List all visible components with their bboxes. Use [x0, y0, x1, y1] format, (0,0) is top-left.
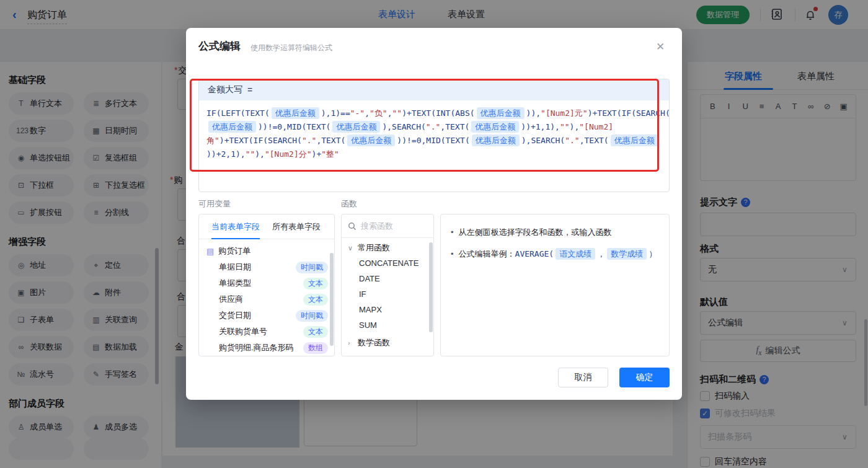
chevron-right-icon: ›: [348, 339, 354, 347]
formula-string: ".": [302, 136, 316, 145]
formula-string: "-": [350, 108, 365, 118]
formula-code: )+TEXT(IF(SEARCH(: [219, 136, 302, 145]
function-group-label: 文本函数: [358, 355, 390, 356]
formula-code: ),SEARCH(: [382, 122, 425, 131]
example-code: ）: [649, 249, 657, 258]
variable-type-badge: 文本: [303, 278, 328, 289]
formula-code: ))!=0,MID(TEXT(: [258, 122, 330, 131]
variable-item[interactable]: 关联购货单号文本: [199, 324, 334, 340]
formula-string: 角": [206, 136, 219, 145]
variable-name: 购货明细.商品条形码: [219, 342, 294, 353]
formula-string: "": [392, 108, 402, 118]
function-group[interactable]: ∨常用函数: [342, 238, 433, 255]
field-chip[interactable]: 优惠后金额: [272, 107, 319, 119]
variable-item[interactable]: 交货日期时间戳: [199, 307, 334, 324]
formula-string: "": [246, 149, 255, 159]
formula-string: "[Num2]: [579, 122, 613, 131]
function-group-label: 数学函数: [358, 337, 390, 348]
formula-line: IF(LEFT(TEXT(优惠后金额),1)=="-","负","")+TEXT…: [206, 107, 662, 120]
confirm-button[interactable]: 确定: [619, 368, 670, 387]
formula-line: 优惠后金额))!=0,MID(TEXT(优惠后金额),SEARCH(".",TE…: [206, 120, 662, 134]
function-item[interactable]: CONCATENATE: [342, 255, 433, 271]
functions-scrollbar[interactable]: [429, 242, 433, 332]
variables-scrollbar[interactable]: [330, 253, 334, 346]
function-item[interactable]: SUM: [342, 317, 433, 333]
example-code: AVERAGE(: [515, 249, 554, 258]
formula-string: ".": [426, 122, 440, 131]
app-root: ‹ 购货订单 表单设计 表单设置 数据管理 存 ⊘表单外链 ⊡后端脚本 ⊞数据权…: [0, 0, 868, 468]
formula-code: ),1)==: [321, 108, 350, 118]
field-chip[interactable]: 优惠后金额: [477, 107, 525, 119]
formula-code: ,TEXT(: [580, 136, 609, 145]
formula-string: "整": [321, 149, 339, 159]
equals-sign: =: [247, 85, 252, 95]
formula-code: ))+1,1),: [521, 122, 560, 131]
formula-code: ,: [365, 108, 370, 118]
form-doc-icon: ▤: [206, 247, 214, 256]
formula-code: ))+2,1),: [206, 149, 246, 159]
functions-label: 函数: [341, 198, 357, 210]
functions-panel: ∨常用函数CONCATENATEDATEIFMAPXSUM›数学函数›文本函数: [341, 214, 434, 356]
field-chip[interactable]: 优惠后金额: [472, 135, 520, 146]
variables-root[interactable]: ▤ 购货订单: [199, 239, 334, 259]
variable-name: 供应商: [219, 294, 243, 305]
formula-target-header: 金额大写 =: [199, 79, 669, 100]
function-group[interactable]: ›文本函数: [342, 350, 433, 356]
dialog-title: 公式编辑: [198, 39, 241, 53]
formula-content[interactable]: IF(LEFT(TEXT(优惠后金额),1)=="-","负","")+TEXT…: [199, 100, 669, 167]
formula-string: "": [560, 122, 570, 131]
formula-code: ),: [255, 149, 265, 159]
hint-panel: •从左侧面板选择字段名和函数，或输入函数 •公式编辑举例：AVERAGE(语文成…: [440, 214, 670, 356]
field-chip[interactable]: 优惠后金额: [611, 135, 658, 146]
variable-item[interactable]: 供应商文本: [199, 291, 334, 307]
variable-type-badge: 文本: [303, 326, 328, 338]
formula-line: 角")+TEXT(IF(SEARCH(".",TEXT(优惠后金额))!=0,M…: [206, 134, 662, 148]
variable-item[interactable]: 单据类型文本: [199, 275, 334, 291]
hint-line-2: •公式编辑举例：AVERAGE(语文成绩，数学成绩）: [451, 247, 659, 260]
function-item[interactable]: IF: [342, 286, 433, 302]
hint-line-1: •从左侧面板选择字段名和函数，或输入函数: [451, 226, 659, 239]
variables-tabs: 当前表单字段 所有表单字段: [199, 214, 334, 239]
field-chip[interactable]: 优惠后金额: [347, 135, 395, 146]
variable-type-badge: 文本: [303, 294, 328, 306]
formula-string: "负": [370, 108, 388, 118]
function-item[interactable]: DATE: [342, 271, 433, 286]
cancel-button[interactable]: 取消: [558, 368, 608, 387]
formula-code: ))!=0,MID(TEXT(: [397, 136, 469, 145]
variable-type-badge: 时间戳: [296, 310, 328, 322]
formula-code: )+: [312, 149, 322, 159]
dialog-subtitle: 使用数学运算符编辑公式: [250, 43, 332, 53]
function-item[interactable]: MAPX: [342, 302, 433, 317]
formula-code: ,TEXT(: [440, 122, 469, 131]
formula-code: )),: [526, 108, 541, 118]
formula-edit-dialog: 公式编辑 使用数学运算符编辑公式 ✕ 金额大写 = IF(LEFT(TEXT(优…: [186, 28, 682, 400]
example-field-chip: 语文成绩: [556, 248, 595, 260]
formula-code: ),: [570, 122, 580, 131]
formula-editor[interactable]: 金额大写 = IF(LEFT(TEXT(优惠后金额),1)=="-","负","…: [198, 79, 670, 192]
example-field-chip: 数学成绩: [607, 248, 647, 260]
variables-panel: 当前表单字段 所有表单字段 ▤ 购货订单 单据日期时间戳单据类型文本供应商文本交…: [198, 214, 335, 356]
field-chip[interactable]: 优惠后金额: [332, 121, 380, 133]
formula-code: ),SEARCH(: [521, 136, 565, 145]
formula-code: )+TEXT(IF(SEARCH(: [588, 108, 670, 118]
chevron-down-icon: ∨: [348, 244, 354, 252]
variable-item[interactable]: 单据日期时间戳: [199, 259, 334, 275]
close-icon[interactable]: ✕: [656, 40, 665, 53]
formula-line: ))+2,1),""),"[Num2]分")+"整": [206, 148, 662, 161]
formula-string: ".": [565, 136, 579, 145]
variables-label: 可用变量: [198, 198, 231, 210]
field-chip[interactable]: 优惠后金额: [208, 121, 256, 133]
formula-code: IF(LEFT(TEXT(: [206, 108, 270, 118]
function-search-input[interactable]: [361, 221, 423, 231]
variable-name: 交货日期: [219, 310, 251, 321]
search-icon: [348, 222, 356, 231]
tab-all-form-fields[interactable]: 所有表单字段: [272, 214, 321, 239]
field-chip[interactable]: 优惠后金额: [471, 121, 519, 133]
bullet: •: [451, 247, 454, 260]
function-group[interactable]: ›数学函数: [342, 333, 433, 350]
variable-item[interactable]: 购货明细.商品条形码数组: [199, 340, 334, 356]
formula-code: )+TEXT(INT(ABS(: [402, 108, 474, 118]
variable-type-badge: 时间戳: [296, 262, 328, 273]
tab-current-form-fields[interactable]: 当前表单字段: [211, 214, 260, 239]
function-search: [342, 214, 433, 238]
